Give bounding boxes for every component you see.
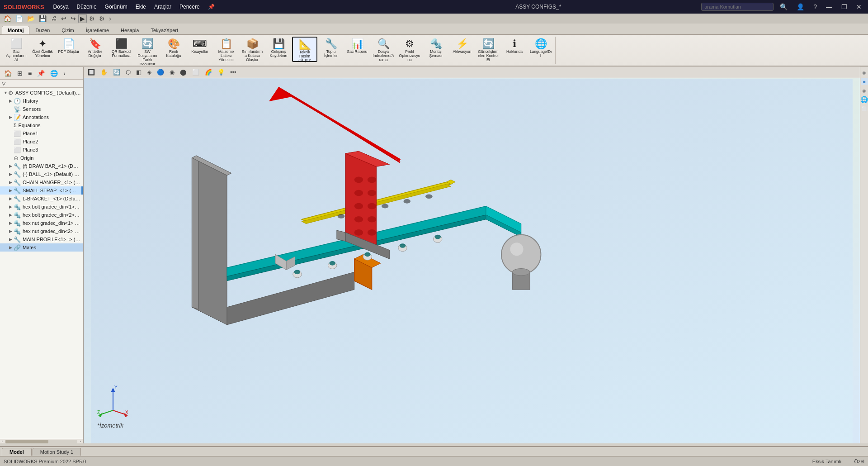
expand-history[interactable]: ▶ <box>9 99 14 103</box>
tree-item-chain-hanger[interactable]: ▶ 🔧 CHAIN HANGER_<1> (Defa <box>0 178 83 186</box>
qa-rebuild[interactable]: ⚙ <box>87 14 97 23</box>
tab-motion-study[interactable]: Motion Study 1 <box>33 448 81 456</box>
tree-item-ball[interactable]: ▶ 🔧 (-) BALL_<1> (Default) <<i <box>0 170 83 178</box>
tree-item-mates[interactable]: ▶ 🔗 Mates <box>0 243 83 252</box>
rs-btn-1[interactable]: ◉ <box>861 69 868 76</box>
st-view3[interactable]: ◈ <box>145 67 154 77</box>
tree-hscroll-right[interactable]: › <box>78 439 83 443</box>
tree-content[interactable]: ▼ ⚙ ASSY CONFIGS_ (Default) <De ▶ 🕐 Hist… <box>0 88 83 439</box>
expand-draw-bar[interactable]: ▶ <box>9 164 14 168</box>
st-appearance[interactable]: 🌈 <box>203 67 214 77</box>
qa-expand[interactable]: › <box>107 14 113 23</box>
tree-item-hex-bolt2[interactable]: ▶ 🔩 hex bolt gradec_din<2> (D <box>0 211 83 219</box>
rs-btn-3[interactable]: ◉ <box>861 87 868 94</box>
tab-cizim[interactable]: Çizim <box>56 26 80 34</box>
tree-home-icon[interactable]: 🏠 <box>2 68 14 78</box>
btn-malzeme[interactable]: 📋 Malzeme Listesi Yönetimi <box>213 37 239 62</box>
expand-hex-nut2[interactable]: ▶ <box>9 229 14 233</box>
qa-undo[interactable]: ↩ <box>59 14 68 23</box>
tree-globe-icon[interactable]: 🌐 <box>48 68 60 78</box>
expand-chain-hanger[interactable]: ▶ <box>9 180 14 185</box>
menu-ekle[interactable]: Ekle <box>132 3 150 11</box>
tree-item-plane2[interactable]: ▶ ⬜ Plane2 <box>0 138 83 146</box>
expand-small-strap[interactable]: ▶ <box>9 188 14 193</box>
tree-item-hex-nut2[interactable]: ▶ 🔩 hex nut gradec_din<2> (He <box>0 227 83 235</box>
btn-sinirlandirma[interactable]: 📦 Sınırlandırma Kutusu Oluştur <box>240 37 265 62</box>
st-wireframe[interactable]: ◉ <box>167 67 177 77</box>
menu-pencere[interactable]: Pencere <box>176 3 203 11</box>
tree-item-sensors[interactable]: ▶ 📡 Sensors <box>0 105 83 113</box>
btn-pdf[interactable]: 📄 PDF Oluştur <box>56 37 81 62</box>
tree-item-main-profile[interactable]: ▶ 🔧 MAIN PROFILE<1> -> (Vars <box>0 235 83 243</box>
st-section[interactable]: ⬜ <box>190 67 202 77</box>
pin-icon[interactable]: 📌 <box>204 3 218 11</box>
btn-profil[interactable]: ⚙ Profil Optimizasyonu <box>397 37 422 62</box>
expand-hex-bolt2[interactable]: ▶ <box>9 213 14 217</box>
btn-sac-raporu[interactable]: 📊 Sac Raporu <box>344 37 370 62</box>
tree-item-annotations[interactable]: ▶ 📝 Annotations <box>0 113 83 121</box>
tree-item-hex-nut1[interactable]: ▶ 🔩 hex nut gradec_din<1> (He <box>0 219 83 227</box>
tree-list-icon[interactable]: ≡ <box>26 68 34 78</box>
btn-kisayollar[interactable]: ⌨ Kısayollar <box>187 37 212 62</box>
qa-print[interactable]: 🖨 <box>49 14 59 23</box>
expand-main-profile[interactable]: ▶ <box>9 237 14 242</box>
menu-araclar[interactable]: Araçlar <box>151 3 175 11</box>
tree-hscroll-left[interactable]: ‹ <box>0 439 5 443</box>
btn-renk[interactable]: 🎨 Renk Kataloğu <box>161 37 186 62</box>
tab-hesapla[interactable]: Hesapla <box>115 26 145 34</box>
qa-open[interactable]: 📂 <box>25 14 37 23</box>
tree-item-plane3[interactable]: ▶ ⬜ Plane3 <box>0 146 83 154</box>
restore-button[interactable]: ❐ <box>839 2 850 11</box>
st-more[interactable]: ••• <box>228 67 239 77</box>
tree-hscroll-thumb[interactable] <box>5 440 48 443</box>
tree-item-draw-bar[interactable]: ▶ 🔧 (f) DRAW BAR_<1> (Defau <box>0 162 83 170</box>
expand-ball[interactable]: ▶ <box>9 172 14 176</box>
btn-hakkinda[interactable]: ℹ Hakkında <box>502 37 527 62</box>
btn-sac-acinim[interactable]: ⬜ Sac Açınımlarını AI <box>4 37 29 62</box>
qa-home[interactable]: 🏠 <box>2 14 13 23</box>
tab-model[interactable]: Model <box>2 448 32 456</box>
st-pan[interactable]: ✋ <box>98 67 110 77</box>
tree-item-plane1[interactable]: ▶ ⬜ Plane1 <box>0 129 83 138</box>
btn-dosya-index[interactable]: 🔍 Dosya Indexleme/Arama <box>371 37 396 62</box>
tree-item-history[interactable]: ▶ 🕐 History <box>0 97 83 105</box>
help-icon[interactable]: ? <box>811 2 820 11</box>
tree-expand-icon[interactable]: › <box>61 68 68 78</box>
st-hide[interactable]: ⬤ <box>178 67 189 77</box>
btn-teknik-resim[interactable]: 📐 Teknik Resim Oluştur <box>292 37 317 62</box>
st-view1[interactable]: ⬡ <box>123 67 133 77</box>
btn-gelismis[interactable]: 💾 Gelişmiş Kaydetme <box>266 37 291 62</box>
user-icon[interactable]: 👤 <box>794 2 807 11</box>
tab-isaretleme[interactable]: İşaretleme <box>80 26 115 34</box>
tab-montaj[interactable]: Montaj <box>2 26 29 34</box>
btn-aktivasyon[interactable]: ⚡ Aktivasyon <box>449 37 475 62</box>
btn-qr-barkod[interactable]: ⬛ QR Barkod Formatlara <box>108 37 134 62</box>
rs-btn-2[interactable]: ■ <box>861 78 868 85</box>
rs-btn-5[interactable]: ⬜ <box>861 105 868 112</box>
tree-pin-icon[interactable]: 📌 <box>35 68 47 78</box>
st-view2[interactable]: ◧ <box>134 67 144 77</box>
st-zoom[interactable]: 🔲 <box>85 67 97 77</box>
tree-grid-icon[interactable]: ⊞ <box>15 68 25 78</box>
viewport[interactable]: Y X Z *İzometrik <box>84 67 860 443</box>
st-shading[interactable]: 🔵 <box>155 67 166 77</box>
tab-tekyazxpert[interactable]: TekyazXpert <box>145 26 184 34</box>
qa-redo[interactable]: ↪ <box>69 14 78 23</box>
menu-gorunum[interactable]: Görünüm <box>101 3 131 11</box>
expand-hex-bolt1[interactable]: ▶ <box>9 204 14 209</box>
qa-select[interactable]: ▶ <box>78 14 87 23</box>
rs-btn-4[interactable]: 🌐 <box>861 96 868 103</box>
tree-item-small-strap[interactable]: ▶ 🔧 SMALL STRAP_<1> (Defaul <box>0 186 83 195</box>
minimize-button[interactable]: — <box>823 2 835 11</box>
btn-ozel-ozellik[interactable]: ✦ Özel Özellik Yönetimi <box>30 37 55 62</box>
btn-toplu[interactable]: 🔧 Toplu İşlemler <box>318 37 344 62</box>
tree-root[interactable]: ▼ ⚙ ASSY CONFIGS_ (Default) <De <box>0 89 83 97</box>
btn-guncellestirme[interactable]: 🔄 Güncelştirmeleri Kontrol Et <box>476 37 501 62</box>
qa-settings[interactable]: ⚙ <box>97 14 107 23</box>
expand-l-bracket[interactable]: ▶ <box>9 196 14 201</box>
expand-mates[interactable]: ▶ <box>9 245 14 250</box>
search-input[interactable] <box>701 3 774 11</box>
tree-item-origin[interactable]: ▶ ⊕ Origin <box>0 154 83 162</box>
tree-item-l-bracket[interactable]: ▶ 🔧 L-BRACKET_<1> (Default) <box>0 195 83 203</box>
qa-save[interactable]: 💾 <box>37 14 48 23</box>
